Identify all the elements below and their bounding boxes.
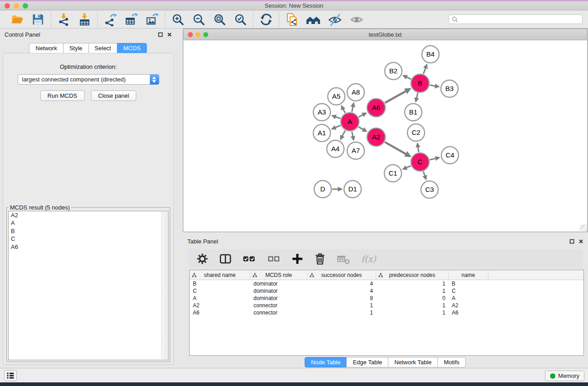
window-resize-grip[interactable] [580,224,587,231]
show-eye-icon[interactable] [349,12,364,27]
table-row[interactable]: A6connector11A6 [190,309,583,316]
graph-edge-A-A6[interactable] [359,113,366,117]
tab-network[interactable]: Network [29,43,63,53]
graph-edge-A6-B[interactable] [385,89,410,103]
float-panel-icon[interactable] [569,239,574,244]
graph-node-A3[interactable]: A3 [313,104,330,121]
tab-node-table[interactable]: Node Table [305,357,347,367]
close-panel-icon[interactable] [167,32,172,37]
save-session-icon[interactable] [31,13,45,26]
graph-edge-A-A8[interactable] [352,103,354,112]
graph-edge-C-C3[interactable] [423,172,426,180]
graph-node-A4[interactable]: A4 [327,140,344,157]
table-cell[interactable]: A [190,295,250,301]
tab-style[interactable]: Style [63,43,89,53]
table-cell[interactable]: 1 [376,288,449,294]
graph-edge-A-A3[interactable] [332,116,340,119]
table-cell[interactable]: C [190,288,250,294]
zoom-in-icon[interactable] [171,13,185,26]
close-network-window-button[interactable] [188,32,193,37]
run-mcds-button[interactable]: Run MCDS [40,91,85,101]
graph-node-C1[interactable]: C1 [384,165,402,182]
gear-icon[interactable] [196,253,208,265]
zoom-window-button[interactable] [23,3,28,9]
graph-node-C2[interactable]: C2 [407,124,425,141]
tab-edge-table[interactable]: Edge Table [346,357,388,367]
search-field[interactable] [449,14,583,24]
memory-button[interactable]: Memory [545,371,584,381]
graph-node-C3[interactable]: C3 [421,181,438,198]
zoom-selected-icon[interactable] [234,13,247,26]
close-window-button[interactable] [5,3,10,9]
table-row[interactable]: Cdominator41C [190,287,583,295]
home-icon[interactable] [306,13,320,26]
network-canvas[interactable]: B4B2BB3A8A5A6B1A3AC2A1A2A4A7C4CC1C3DD1 [183,40,587,232]
deselect-all-icon[interactable] [267,253,281,265]
graph-node-D1[interactable]: D1 [344,181,361,198]
close-panel-button[interactable]: Close panel [91,91,137,101]
graph-edge-B-B4[interactable] [423,65,426,74]
refresh-icon[interactable] [259,13,273,26]
table-cell[interactable]: 1 [376,281,449,287]
tab-mcds[interactable]: MCDS [117,43,147,53]
graph-edge-A-A4[interactable] [340,130,345,139]
tab-select[interactable]: Select [88,43,117,53]
scrollbar-track[interactable] [161,212,167,359]
graph-node-B4[interactable]: B4 [422,46,439,63]
graph-node-C[interactable]: C [411,153,429,171]
table-cell[interactable]: dominator [250,281,307,287]
export-network-icon[interactable] [104,13,117,26]
table-cell[interactable]: B [449,281,488,287]
table-row[interactable]: A2connector11A2 [190,302,583,309]
optimization-criterion-select[interactable]: largest connected component (directed) [18,74,159,85]
table-cell[interactable]: dominator [250,295,307,301]
table-cell[interactable]: A2 [449,302,488,309]
mcds-result-item[interactable]: A2 [9,211,168,219]
network-window-titlebar[interactable]: testGlobe.txt [183,29,587,40]
tab-network-table[interactable]: Network Table [388,357,438,367]
column-header-shared-name[interactable]: shared name [190,270,250,280]
export-table-icon[interactable] [124,13,138,26]
task-history-button[interactable] [4,370,17,381]
graph-edge-B-B1[interactable] [416,93,418,101]
export-image-icon[interactable] [145,13,159,26]
table-cell[interactable]: 8 [307,295,376,301]
graph-edge-A-A2[interactable] [359,127,366,131]
import-table-icon[interactable] [78,13,91,26]
split-table-icon[interactable] [219,253,232,265]
open-file-icon[interactable] [10,13,24,26]
table-cell[interactable]: 4 [307,281,376,287]
mcds-result-item[interactable]: B [9,227,168,235]
delete-icon[interactable] [314,253,326,265]
graph-edge-A-A1[interactable] [332,125,340,129]
table-cell[interactable]: A6 [190,310,250,316]
clone-network-icon[interactable] [285,12,299,27]
table-cell[interactable]: 1 [307,302,376,309]
graph-node-B3[interactable]: B3 [441,80,458,97]
graph-edge-A-A7[interactable] [352,132,354,140]
column-header-MCDS-role[interactable]: MCDS role [250,270,307,280]
graph-node-A6[interactable]: A6 [367,99,385,117]
graph-edge-C-C1[interactable] [403,166,411,169]
graph-node-B1[interactable]: B1 [405,104,422,121]
table-cell[interactable]: A2 [190,302,250,309]
mcds-result-item[interactable]: A6 [9,243,168,251]
close-panel-icon[interactable] [578,239,583,244]
table-cell[interactable]: A [449,295,488,301]
graph-node-B2[interactable]: B2 [385,62,402,80]
import-network-icon[interactable] [57,13,71,26]
graph-node-A1[interactable]: A1 [313,124,330,142]
table-row[interactable]: Adominator80A [190,295,583,302]
table-cell[interactable]: 1 [376,310,449,316]
graph-edge-C-C2[interactable] [417,143,419,152]
minimize-window-button[interactable] [14,3,19,9]
hide-eye-icon[interactable] [328,12,342,27]
graph-node-B[interactable]: B [411,74,429,92]
zoom-out-icon[interactable] [192,13,206,26]
add-icon[interactable] [292,253,303,265]
graph-node-C4[interactable]: C4 [441,147,459,164]
graph-node-A2[interactable]: A2 [367,128,385,146]
graph-node-A8[interactable]: A8 [347,84,364,101]
table-cell[interactable]: C [449,288,488,294]
graph-edge-B-B2[interactable] [403,76,411,79]
